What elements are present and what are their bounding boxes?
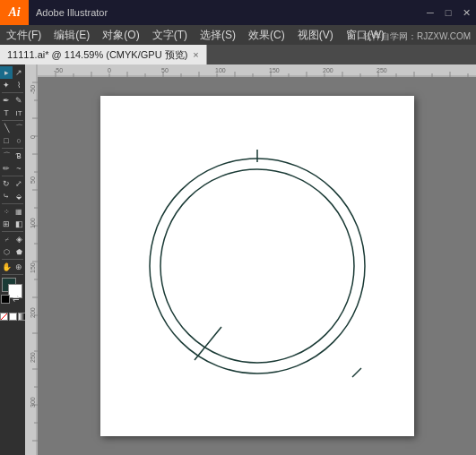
magic-wand-tool[interactable]: ✦ bbox=[0, 79, 13, 91]
swap-colors-icon[interactable]: ⇌ bbox=[13, 294, 20, 303]
solid-color-icon[interactable] bbox=[9, 313, 17, 321]
title-text: Adobe Illustrator bbox=[29, 7, 422, 18]
menu-file[interactable]: 文件(F) bbox=[0, 25, 48, 45]
tool-row-5: ╲ ⌒ bbox=[0, 122, 25, 134]
active-tab[interactable]: 11111.ai* @ 114.59% (CMYK/GPU 预览) × bbox=[0, 45, 207, 64]
ai-logo: Ai bbox=[0, 0, 29, 25]
divider-7 bbox=[2, 259, 23, 260]
pencil-tool[interactable]: ✏ bbox=[0, 162, 13, 175]
canvas-area[interactable]: -50 0 50 100 150 200 250 bbox=[25, 64, 476, 455]
touch-type-tool[interactable]: IT bbox=[13, 107, 25, 119]
color-mode-row bbox=[0, 313, 25, 321]
svg-text:0: 0 bbox=[30, 135, 36, 139]
blob-brush-tool[interactable]: Ɓ bbox=[13, 150, 25, 162]
symbol-spray-tool[interactable]: ⁘ bbox=[0, 205, 13, 218]
svg-text:250: 250 bbox=[376, 67, 387, 73]
svg-text:300: 300 bbox=[30, 397, 36, 408]
color-area: ⇌ bbox=[0, 278, 25, 312]
default-colors-icon[interactable] bbox=[1, 295, 10, 304]
blend-tool[interactable]: ◈ bbox=[13, 233, 25, 245]
divider-2 bbox=[2, 120, 23, 121]
direct-select-tool[interactable]: ↗ bbox=[13, 66, 25, 79]
svg-text:50: 50 bbox=[161, 67, 169, 73]
tool-row-9: ↻ ⤢ bbox=[0, 177, 25, 190]
svg-text:200: 200 bbox=[323, 67, 333, 73]
ellipse-tool[interactable]: ○ bbox=[13, 134, 25, 147]
tick-bottom-right bbox=[352, 368, 361, 377]
gradient-tool[interactable]: ◧ bbox=[13, 218, 25, 230]
live-paint-tool[interactable]: ⬡ bbox=[0, 245, 13, 258]
svg-text:-50: -50 bbox=[30, 85, 36, 94]
tool-row-3: ✒ ✎ bbox=[0, 94, 25, 107]
menu-object[interactable]: 对象(O) bbox=[96, 25, 145, 45]
rotate-tool[interactable]: ↻ bbox=[0, 177, 13, 190]
divider-3 bbox=[2, 148, 23, 149]
select-tool[interactable]: ▸ bbox=[0, 66, 13, 79]
menu-effect[interactable]: 效果(C) bbox=[242, 25, 291, 45]
svg-text:-50: -50 bbox=[54, 67, 63, 73]
svg-text:50: 50 bbox=[30, 176, 36, 184]
outer-circle[interactable] bbox=[150, 159, 365, 373]
svg-text:0: 0 bbox=[108, 67, 111, 73]
add-anchor-tool[interactable]: ✎ bbox=[13, 94, 25, 107]
close-button[interactable]: ✕ bbox=[458, 4, 474, 21]
title-controls[interactable]: ─ □ ✕ bbox=[422, 4, 476, 21]
tool-row-13: ⌿ ◈ bbox=[0, 233, 25, 245]
maximize-button[interactable]: □ bbox=[440, 4, 456, 21]
toolbar: ▸ ↗ ✦ ⌇ ✒ ✎ T IT ╲ ⌒ □ ○ ⌒ Ɓ ✏ bbox=[0, 64, 25, 455]
rectangle-tool[interactable]: □ bbox=[0, 134, 13, 147]
paintbrush-tool[interactable]: ⌒ bbox=[0, 150, 13, 162]
menu-edit[interactable]: 编辑(E) bbox=[48, 25, 96, 45]
artwork-svg bbox=[100, 96, 414, 436]
hand-tool[interactable]: ✋ bbox=[0, 261, 13, 273]
svg-text:150: 150 bbox=[30, 262, 36, 273]
divider-5 bbox=[2, 203, 23, 204]
svg-text:200: 200 bbox=[30, 307, 36, 318]
tool-row-14: ⬡ ⬟ bbox=[0, 245, 25, 258]
mesh-tool[interactable]: ⊞ bbox=[0, 218, 13, 230]
svg-text:100: 100 bbox=[215, 67, 226, 73]
zoom-tool[interactable]: ⊕ bbox=[13, 261, 25, 273]
menu-view[interactable]: 视图(V) bbox=[291, 25, 340, 45]
canvas-wrapper[interactable] bbox=[38, 77, 476, 455]
divider-1 bbox=[2, 92, 23, 93]
line-tool[interactable]: ╲ bbox=[0, 122, 13, 134]
menu-type[interactable]: 文字(T) bbox=[146, 25, 194, 45]
gradient-icon[interactable] bbox=[18, 313, 26, 321]
inner-circle[interactable] bbox=[160, 169, 354, 363]
horizontal-ruler: -50 0 50 100 150 200 250 bbox=[38, 64, 476, 77]
minimize-button[interactable]: ─ bbox=[422, 4, 438, 21]
arc-tool[interactable]: ⌒ bbox=[13, 122, 25, 134]
scale-tool[interactable]: ⤢ bbox=[13, 177, 25, 190]
svg-text:100: 100 bbox=[30, 218, 36, 228]
tool-row-10: ⤷ ⬙ bbox=[0, 190, 25, 202]
column-graph-tool[interactable]: ▦ bbox=[13, 205, 25, 218]
tool-row-12: ⊞ ◧ bbox=[0, 218, 25, 230]
none-icon[interactable] bbox=[0, 313, 8, 321]
smooth-tool[interactable]: ~ bbox=[13, 162, 25, 175]
watermark: 软件自学网：RJZXW.COM bbox=[363, 30, 471, 43]
titlebar: Ai Adobe Illustrator ─ □ ✕ bbox=[0, 0, 476, 25]
divider-6 bbox=[2, 231, 23, 232]
tool-row-6: □ ○ bbox=[0, 134, 25, 147]
tool-row-4: T IT bbox=[0, 107, 25, 119]
tool-row-1: ▸ ↗ bbox=[0, 66, 25, 79]
free-transform-tool[interactable]: ⬙ bbox=[13, 190, 25, 202]
divider-8 bbox=[2, 274, 23, 275]
tab-label: 11111.ai* @ 114.59% (CMYK/GPU 预览) bbox=[7, 48, 187, 62]
svg-rect-0 bbox=[38, 64, 476, 77]
main-layout: ▸ ↗ ✦ ⌇ ✒ ✎ T IT ╲ ⌒ □ ○ ⌒ Ɓ ✏ bbox=[0, 64, 476, 455]
divider-4 bbox=[2, 176, 23, 176]
warp-tool[interactable]: ⤷ bbox=[0, 190, 13, 202]
svg-text:150: 150 bbox=[269, 67, 280, 73]
eyedropper-tool[interactable]: ⌿ bbox=[0, 233, 13, 245]
pen-tool[interactable]: ✒ bbox=[0, 94, 13, 107]
tool-row-11: ⁘ ▦ bbox=[0, 205, 25, 218]
lasso-tool[interactable]: ⌇ bbox=[13, 79, 25, 91]
perspective-tool[interactable]: ⬟ bbox=[13, 245, 25, 258]
tab-close-button[interactable]: × bbox=[193, 49, 198, 60]
menu-select[interactable]: 选择(S) bbox=[194, 25, 242, 45]
tool-row-7: ⌒ Ɓ bbox=[0, 150, 25, 162]
type-tool[interactable]: T bbox=[0, 107, 13, 119]
tool-row-2: ✦ ⌇ bbox=[0, 79, 25, 91]
